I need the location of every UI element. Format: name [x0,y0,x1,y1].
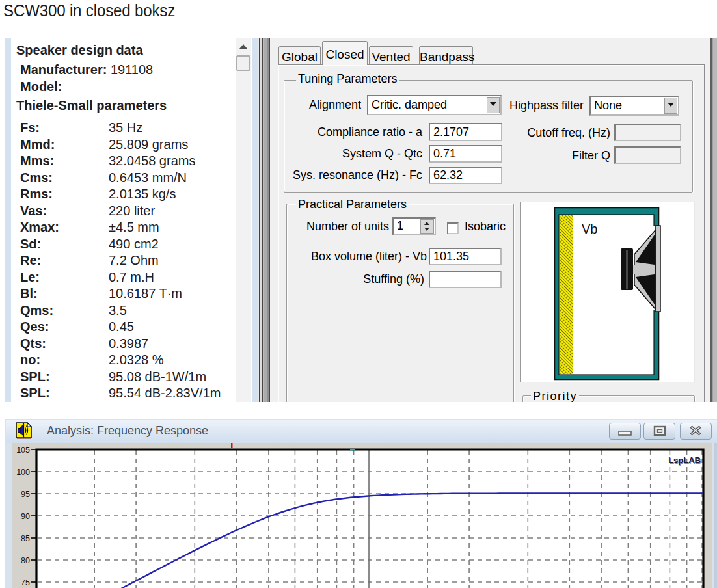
svg-text:90: 90 [21,512,30,521]
svg-text:80: 80 [21,556,30,565]
svg-text:100: 100 [16,468,30,477]
svg-text:85: 85 [21,534,30,543]
svg-text:Vb: Vb [582,222,597,236]
svg-text:LspLAB: LspLAB [668,455,701,465]
svg-text:95: 95 [21,490,30,499]
svg-text:75: 75 [21,578,30,587]
svg-text:105: 105 [16,446,30,455]
